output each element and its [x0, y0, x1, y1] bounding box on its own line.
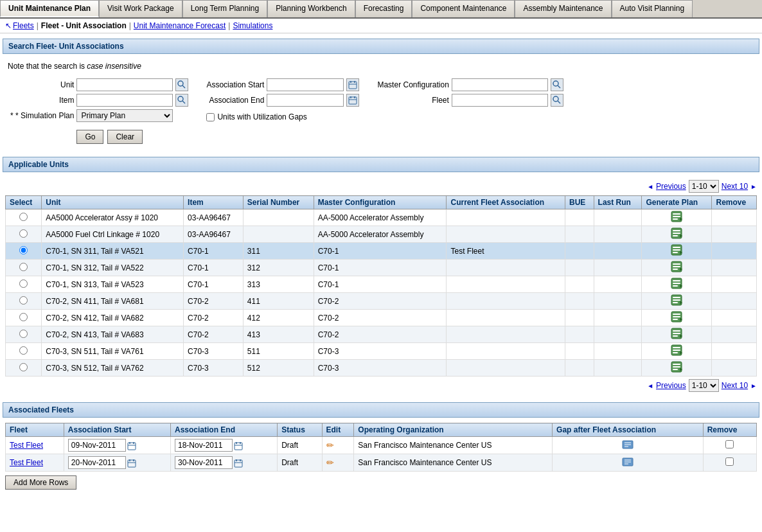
tab-unit-maintenance-plan[interactable]: Unit Maintenance Plan [0, 0, 99, 17]
breadcrumb-unit-forecast[interactable]: Unit Maintenance Forecast [134, 21, 226, 30]
unit-radio[interactable] [19, 330, 28, 338]
assoc-fleet-cell: Test Fleet [6, 437, 64, 454]
simulation-plan-label: * * Simulation Plan [10, 109, 74, 122]
generate-plan-icon[interactable] [671, 328, 682, 341]
applicable-units-table: Select Unit Item Serial Number Master Co… [5, 195, 757, 377]
assoc-fleet-cell: Test Fleet [6, 454, 64, 472]
last-run-cell [594, 360, 642, 377]
tab-component-maintenance[interactable]: Component Maintenance [412, 0, 515, 17]
unit-input[interactable] [76, 78, 173, 91]
assoc-start-date-input[interactable] [68, 456, 126, 469]
tab-long-term-planning[interactable]: Long Term Planning [182, 0, 268, 17]
tab-forecasting[interactable]: Forecasting [355, 0, 412, 17]
unit-search-button[interactable] [175, 78, 188, 91]
next-button-top[interactable]: Next 10 [722, 182, 748, 191]
page-select-bottom[interactable]: 1-10 [689, 379, 719, 392]
fleet-link[interactable]: Test Fleet [10, 441, 43, 450]
tab-visit-work-package[interactable]: Visit Work Package [99, 0, 182, 17]
gap-icon[interactable] [622, 440, 634, 451]
assoc-start-cal-icon[interactable] [127, 441, 136, 450]
remove-assoc-checkbox[interactable] [725, 440, 734, 448]
remove-assoc-cell [703, 437, 756, 454]
tab-planning-workbench[interactable]: Planning Workbench [267, 0, 355, 17]
generate-plan-icon[interactable] [671, 294, 682, 308]
assoc-end-cal-icon[interactable] [234, 458, 243, 467]
assoc-start-calendar-button[interactable] [346, 78, 359, 91]
select-cell [6, 260, 42, 276]
tab-auto-visit-planning[interactable]: Auto Visit Planning [612, 0, 693, 17]
go-button[interactable]: Go [76, 130, 103, 144]
association-start-input[interactable] [267, 78, 344, 91]
table-row: C70-1, SN 313, Tail # VA523C70-1313C70-1 [6, 276, 757, 293]
item-label: Item [10, 94, 74, 107]
edit-icon[interactable]: ✏ [326, 440, 334, 450]
unit-radio[interactable] [19, 279, 28, 288]
edit-icon[interactable]: ✏ [326, 457, 334, 468]
svg-rect-29 [673, 252, 678, 253]
generate-plan-icon[interactable] [671, 278, 682, 291]
assoc-end-date-input[interactable] [175, 439, 233, 452]
assoc-end-calendar-button[interactable] [346, 94, 359, 107]
assoc-col-org: Operating Organization [354, 423, 553, 437]
unit-radio[interactable] [19, 246, 28, 254]
assoc-start-cell [64, 454, 170, 472]
svg-rect-44 [673, 302, 678, 303]
master-config-search-button[interactable] [551, 78, 563, 91]
associated-fleets-table: Fleet Association Start Association End … [5, 423, 757, 472]
master-config-input[interactable] [452, 78, 548, 91]
add-more-rows-button[interactable]: Add More Rows [5, 475, 76, 490]
fleet-link[interactable]: Test Fleet [10, 458, 43, 467]
last-run-cell [594, 209, 642, 226]
unit-radio[interactable] [19, 313, 28, 321]
clear-button[interactable]: Clear [107, 130, 143, 144]
bue-cell [565, 209, 594, 226]
assoc-end-cal-icon[interactable] [234, 441, 243, 450]
previous-button-top[interactable]: Previous [656, 182, 686, 191]
gap-icon[interactable] [622, 457, 634, 468]
item-input[interactable] [76, 94, 173, 107]
svg-rect-82 [235, 460, 242, 467]
remove-assoc-checkbox[interactable] [725, 457, 734, 466]
search-area: Note that the search is case insensitive… [0, 57, 762, 152]
unit-radio[interactable] [19, 229, 28, 238]
breadcrumb-sep-2: | [129, 21, 131, 30]
assoc-end-date-input[interactable] [175, 456, 233, 469]
generate-plan-icon[interactable] [671, 244, 682, 258]
serial-cell: 311 [243, 243, 314, 260]
association-end-input[interactable] [267, 94, 344, 107]
svg-point-8 [178, 96, 183, 102]
unit-radio[interactable] [19, 363, 28, 371]
units-with-gaps-row: Units with Utilization Gaps [206, 112, 359, 121]
generate-plan-icon[interactable] [671, 361, 682, 375]
generate-plan-cell [642, 209, 712, 226]
page-select-top[interactable]: 1-10 [689, 180, 719, 193]
unit-cell: C70-2, SN 412, Tail # VA682 [42, 310, 184, 326]
generate-plan-icon[interactable] [671, 344, 682, 358]
tab-assembly-maintenance[interactable]: Assembly Maintenance [515, 0, 611, 17]
previous-button-bottom[interactable]: Previous [656, 381, 686, 390]
assoc-start-cal-icon[interactable] [127, 458, 136, 467]
item-cell: C70-1 [184, 260, 244, 276]
item-search-button[interactable] [175, 94, 188, 107]
assoc-start-date-input[interactable] [68, 439, 126, 452]
breadcrumb-fleets[interactable]: Fleets [13, 21, 34, 30]
breadcrumb-simulations[interactable]: Simulations [233, 21, 272, 30]
generate-plan-icon[interactable] [671, 311, 682, 324]
generate-plan-icon[interactable] [671, 211, 682, 224]
fleet-input[interactable] [452, 94, 548, 107]
units-with-gaps-checkbox[interactable] [206, 113, 215, 121]
generate-plan-icon[interactable] [671, 261, 682, 274]
simulation-plan-select[interactable]: Primary Plan [76, 109, 173, 122]
breadcrumb: ↖ Fleets | Fleet - Unit Association | Un… [0, 19, 762, 33]
svg-rect-57 [673, 347, 680, 348]
unit-radio[interactable] [19, 213, 28, 221]
svg-rect-34 [673, 269, 678, 270]
next-button-bottom[interactable]: Next 10 [722, 381, 748, 390]
unit-radio[interactable] [19, 346, 28, 355]
remove-cell [712, 276, 757, 293]
unit-radio[interactable] [19, 296, 28, 305]
fleet-search-button[interactable] [551, 94, 563, 107]
table-row: C70-1, SN 311, Tail # VA521C70-1311C70-1… [6, 243, 757, 260]
generate-plan-icon[interactable] [671, 227, 682, 241]
unit-radio[interactable] [19, 263, 28, 271]
